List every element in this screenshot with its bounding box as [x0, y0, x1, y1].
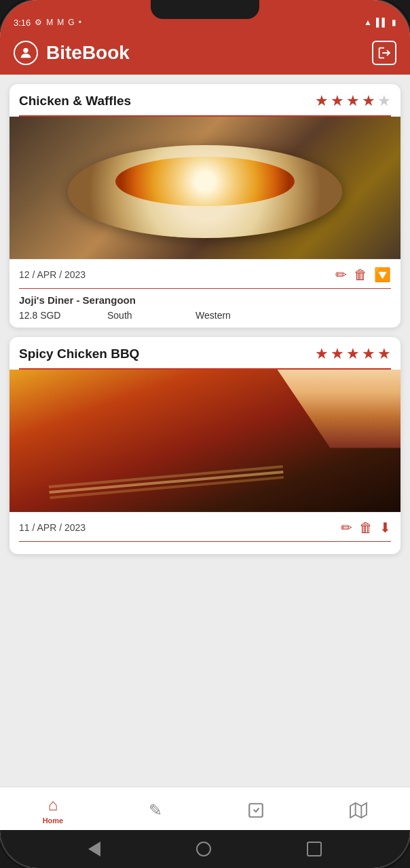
status-left: 3:16 ⚙ M M G • [14, 18, 81, 28]
google-icon: G [68, 18, 74, 27]
food-card-2: Spicy Chicken BBQ ★ ★ ★ ★ ★ 11 / APR / 2… [10, 337, 400, 554]
svg-point-0 [23, 48, 28, 53]
person-icon [18, 45, 33, 60]
card-1-title: Chicken & Waffles [19, 94, 131, 108]
card-2-image [10, 370, 400, 512]
nav-home-label: Home [43, 816, 64, 825]
gear-icon: ⚙ [35, 18, 42, 27]
card-2-actions: ✏ 🗑 ⬇ [341, 519, 391, 536]
app-header: BiteBook [0, 34, 410, 75]
nav-checklist[interactable] [238, 799, 274, 822]
star-3: ★ [346, 345, 360, 363]
card-2-date-row: 11 / APR / 2023 ✏ 🗑 ⬇ [19, 519, 391, 542]
dot-icon: • [79, 18, 81, 27]
bottom-nav: ⌂ Home ✎ [0, 787, 410, 830]
star-3: ★ [346, 92, 360, 110]
card-1-date-row: 12 / APR / 2023 ✏ 🗑 🔽 [19, 267, 391, 289]
status-right: ▲ ▌▌ ▮ [364, 18, 396, 27]
card-1-header: Chicken & Waffles ★ ★ ★ ★ ★ [10, 84, 400, 115]
logout-icon [377, 45, 392, 60]
nav-map[interactable] [340, 799, 377, 822]
wifi-icon: ▲ [364, 18, 372, 27]
card-1-more-button[interactable]: 🔽 [374, 267, 391, 283]
star-4: ★ [362, 92, 375, 110]
screen: 3:16 ⚙ M M G • ▲ ▌▌ ▮ [0, 0, 410, 868]
status-bar: 3:16 ⚙ M M G • ▲ ▌▌ ▮ [0, 9, 410, 34]
card-2-meta: 11 / APR / 2023 ✏ 🗑 ⬇ [10, 512, 400, 554]
card-2-header: Spicy Chicken BBQ ★ ★ ★ ★ ★ [10, 337, 400, 368]
logout-button[interactable] [372, 41, 396, 65]
card-1-image [10, 117, 400, 259]
card-1-delete-button[interactable]: 🗑 [354, 267, 367, 283]
svg-marker-2 [350, 803, 367, 818]
star-1: ★ [315, 92, 329, 110]
svg-rect-1 [249, 804, 263, 817]
card-1-date: 12 / APR / 2023 [19, 269, 86, 280]
home-button[interactable] [196, 842, 211, 856]
card-1-tags: 12.8 SGD South Western [19, 310, 391, 321]
star-5: ★ [377, 92, 391, 110]
card-1-location: South [107, 310, 195, 321]
star-2: ★ [331, 345, 344, 363]
recents-button[interactable] [307, 842, 322, 856]
card-1-cuisine: Western [195, 310, 284, 321]
card-1-actions: ✏ 🗑 🔽 [335, 267, 391, 283]
card-1-rating: ★ ★ ★ ★ ★ [315, 92, 391, 110]
home-icon: ⌂ [48, 795, 58, 814]
star-5: ★ [377, 345, 391, 363]
gmail2-icon: M [57, 18, 64, 27]
card-2-edit-button[interactable]: ✏ [341, 519, 352, 536]
card-1-meta: 12 / APR / 2023 ✏ 🗑 🔽 Joji's Diner - Ser… [10, 259, 400, 328]
star-1: ★ [315, 345, 329, 363]
card-2-title: Spicy Chicken BBQ [19, 347, 139, 361]
star-2: ★ [331, 92, 344, 110]
app-title: BiteBook [46, 42, 130, 64]
main-content: Chicken & Waffles ★ ★ ★ ★ ★ 12 / APR / 2… [0, 75, 410, 787]
signal-icon: ▌▌ [376, 18, 388, 27]
write-icon: ✎ [149, 801, 162, 820]
camera-area [0, 0, 410, 9]
back-button[interactable] [88, 842, 100, 856]
card-2-rating: ★ ★ ★ ★ ★ [315, 345, 391, 363]
nav-home[interactable]: ⌂ Home [33, 793, 73, 827]
header-left: BiteBook [14, 41, 130, 65]
star-4: ★ [362, 345, 375, 363]
system-bar [0, 830, 410, 868]
camera-dot [202, 1, 208, 8]
card-2-delete-button[interactable]: 🗑 [359, 520, 373, 536]
card-1-price: 12.8 SGD [19, 310, 107, 321]
phone-shell: 3:16 ⚙ M M G • ▲ ▌▌ ▮ [0, 0, 410, 868]
battery-icon: ▮ [392, 18, 396, 27]
gmail-icon: M [46, 18, 53, 27]
status-time: 3:16 [14, 18, 31, 28]
map-icon [350, 802, 367, 819]
nav-write[interactable]: ✎ [139, 798, 172, 823]
avatar-button[interactable] [14, 41, 38, 65]
card-1-edit-button[interactable]: ✏ [335, 267, 347, 283]
card-2-date: 11 / APR / 2023 [19, 522, 86, 533]
checklist-icon [247, 802, 265, 819]
card-1-restaurant: Joji's Diner - Serangoon [19, 294, 391, 306]
food-card-1: Chicken & Waffles ★ ★ ★ ★ ★ 12 / APR / 2… [10, 84, 400, 328]
card-2-more-button[interactable]: ⬇ [379, 519, 391, 536]
